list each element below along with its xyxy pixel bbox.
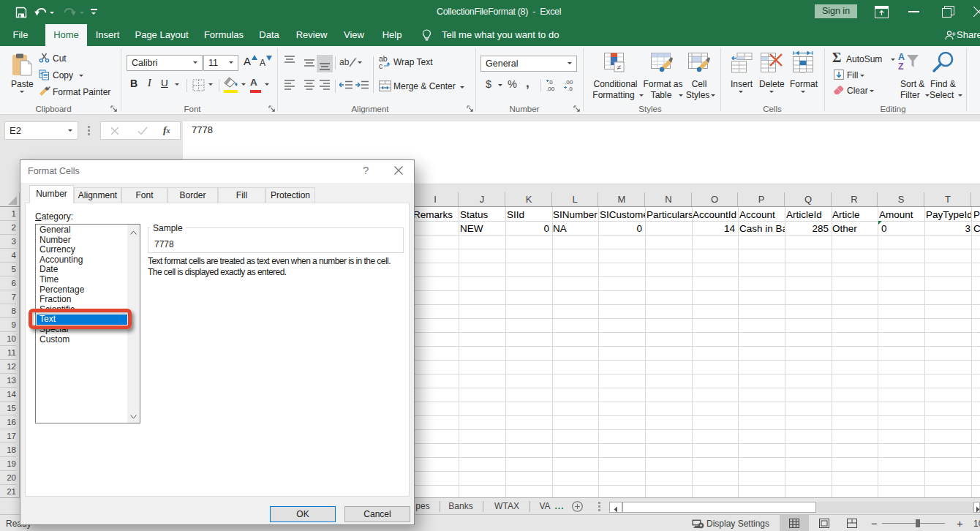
svg-text:c: c [379,61,382,69]
svg-text:.00: .00 [546,86,555,91]
svg-text:.0: .0 [548,79,553,86]
svg-text:Z: Z [898,61,904,71]
svg-text:.00: .00 [565,79,573,86]
svg-text:A: A [898,52,905,62]
svg-text:.0: .0 [568,86,573,91]
svg-text:ab: ab [339,57,350,67]
svg-text:≠: ≠ [617,63,621,72]
